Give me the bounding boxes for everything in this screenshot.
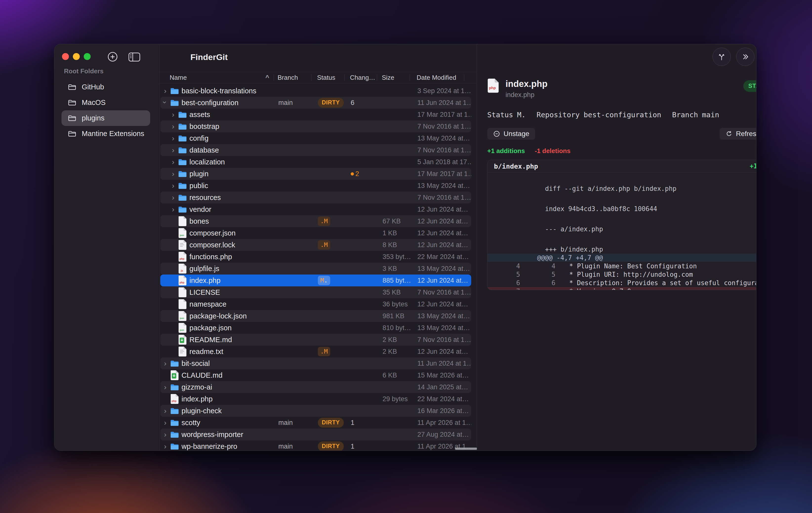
size-cell: 810 byt… [378, 324, 410, 332]
file-name-cell: jsoncomposer.json [160, 228, 274, 238]
svg-text:php: php [179, 257, 184, 260]
table-row[interactable]: jsonpackage.json810 byt…13 May 2024 at… [160, 322, 471, 334]
table-row[interactable]: ›public13 May 2024 at… [160, 180, 471, 191]
disclosure-chevron-icon[interactable]: › [163, 407, 168, 415]
file-name-cell: ›config [160, 133, 274, 143]
sidebar-item-label: plugins [82, 114, 105, 122]
column-header-branch[interactable]: Branch [273, 72, 311, 83]
disclosure-chevron-icon[interactable]: › [171, 134, 176, 142]
sidebar-item-mantine-extensions[interactable]: Mantine Extensions [61, 126, 150, 142]
minimize-button[interactable] [73, 53, 80, 60]
unstage-button[interactable]: Unstage [487, 128, 535, 140]
table-row[interactable]: phpindex.php29 bytes22 Mar 2024 at… [160, 393, 471, 405]
file-name-label: plugin [190, 170, 208, 178]
disclosure-chevron-icon[interactable]: › [171, 158, 176, 165]
column-header-changes[interactable]: Chang… [345, 72, 377, 83]
table-row[interactable]: jsonpackage-lock.json981 KB13 May 2024 a… [160, 310, 471, 322]
file-name-label: functions.php [190, 253, 232, 261]
sidebar-item-plugins[interactable]: plugins [61, 110, 150, 126]
add-root-folder-button[interactable] [107, 51, 118, 62]
table-row[interactable]: ›config13 May 2024 at… [160, 132, 471, 144]
file-name-label: LICENSE [190, 288, 220, 297]
size-cell: 36 bytes [378, 300, 410, 308]
disclosure-chevron-icon[interactable]: › [161, 100, 169, 105]
table-row[interactable]: namespace36 bytes12 Jun 2024 at… [160, 298, 471, 310]
column-header-status[interactable]: Status [311, 72, 345, 83]
date-modified-cell: 22 Mar 2024 at… [410, 395, 471, 403]
table-row[interactable]: ›localization5 Jan 2018 at 17… [160, 156, 471, 168]
column-header-size[interactable]: Size [377, 72, 410, 83]
date-modified-cell: 7 Nov 2016 at 1… [410, 194, 471, 202]
disclosure-chevron-icon[interactable]: › [171, 146, 176, 154]
sidebar-item-macos[interactable]: MacOS [61, 95, 150, 110]
disclosure-chevron-icon[interactable]: › [163, 383, 168, 391]
disclosure-chevron-icon[interactable]: › [163, 443, 168, 450]
file-name-label: namespace [190, 300, 227, 308]
folder-outline-icon [68, 130, 76, 137]
sidebar-item-github[interactable]: GitHub [61, 79, 150, 95]
table-row[interactable]: ›plugin-check16 Mar 2026 at… [160, 405, 471, 417]
double-chevron-right-icon [741, 53, 750, 61]
disclosure-chevron-icon[interactable]: › [171, 123, 176, 130]
table-row[interactable]: ›best-configurationmainDIRTY611 Jun 2024… [160, 97, 471, 109]
disclosure-chevron-icon[interactable]: › [171, 194, 176, 201]
table-row[interactable]: ›resources7 Nov 2016 at 1… [160, 191, 471, 204]
toggle-sidebar-button[interactable] [128, 52, 140, 62]
disclosure-chevron-icon[interactable]: › [163, 419, 168, 426]
scrollbar-thumb[interactable] [455, 448, 477, 450]
date-modified-cell: 11 Jun 2024 at 1… [410, 99, 471, 107]
table-header: Name ^ Branch Status Chang… Size Date Mo… [160, 72, 476, 84]
table-row[interactable]: ›bootstrap7 Nov 2016 at 1… [160, 120, 471, 132]
disclosure-chevron-icon[interactable]: › [171, 206, 176, 213]
table-row[interactable]: ›scottymainDIRTY111 Apr 2026 at 1… [160, 417, 471, 429]
diff-line: +++ b/index.php [488, 245, 756, 253]
table-row[interactable]: jsoncomposer.json1 KB12 Jun 2024 at… [160, 227, 471, 239]
disclosure-chevron-icon[interactable]: › [163, 431, 168, 438]
folder-icon [178, 157, 187, 167]
disclosure-chevron-icon[interactable]: › [171, 182, 176, 189]
close-button[interactable] [62, 53, 69, 60]
dirty-badge: DIRTY [318, 418, 344, 428]
table-row[interactable]: ›database7 Nov 2016 at 1… [160, 144, 471, 156]
zoom-button[interactable] [84, 53, 91, 60]
table-row[interactable]: ›vendor12 Jun 2024 at… [160, 204, 471, 215]
table-row[interactable]: ›basic-block-translations3 Sep 2024 at 1… [160, 85, 471, 97]
table-row[interactable]: jsgulpfile.js3 KB13 May 2024 at… [160, 263, 471, 274]
old-line-number: 7 [488, 288, 520, 290]
file-name-label: database [190, 146, 219, 154]
table-row[interactable]: ›gizzmo-ai14 Jan 2025 at… [160, 381, 471, 393]
table-row[interactable]: bones.M67 KB12 Jun 2024 at… [160, 215, 471, 227]
file-meta-line: StatusM. Repositorybest-configuration Br… [487, 111, 756, 119]
modified-badge: .M [318, 216, 330, 226]
column-header-date-modified[interactable]: Date Modified [410, 72, 476, 83]
disclosure-chevron-icon[interactable]: › [163, 360, 168, 367]
diff-line: 7-* Version: 0.7.0 [488, 287, 756, 290]
file-name-label: composer.json [190, 229, 236, 237]
table-row[interactable]: ›wordpress-importer27 Aug 2024 at… [160, 429, 471, 441]
column-header-name[interactable]: Name ^ [160, 72, 273, 83]
table-row[interactable]: composer.lock.M8 KB12 Jun 2024 at… [160, 239, 471, 251]
table-row[interactable]: LICENSE35 KB7 Nov 2016 at 1… [160, 286, 471, 298]
table-row[interactable]: phpindex.phpM.885 byt…12 Jun 2024 at… [160, 274, 471, 286]
branch-button[interactable] [713, 48, 731, 66]
table-row[interactable]: CLAUDE.md6 KB15 Mar 2026 at… [160, 369, 471, 381]
date-modified-cell: 15 Mar 2026 at… [410, 371, 471, 379]
table-row[interactable]: ›bit-social11 Jun 2024 at 1… [160, 358, 471, 369]
changes-cell: 1 [345, 443, 378, 450]
table-row[interactable]: ›assets17 Mar 2017 at 1… [160, 109, 471, 120]
collapse-panel-button[interactable] [736, 48, 754, 66]
status-cell: DIRTY [312, 442, 345, 451]
diff-line-text: diff --git a/index.php b/index.php [545, 185, 756, 192]
disclosure-chevron-icon[interactable]: › [171, 111, 176, 118]
diff-summary: +1 additions-1 deletions [487, 147, 756, 155]
table-row[interactable]: phpfunctions.php353 byt…22 Mar 2024 at… [160, 251, 471, 263]
table-row[interactable]: README.md2 KB7 Nov 2016 at 1… [160, 334, 471, 345]
table-row[interactable]: readme.txt.M2 KB12 Jun 2024 at… [160, 345, 471, 358]
file-name-cell: ›best-configuration [160, 98, 274, 108]
disclosure-chevron-icon[interactable]: › [163, 87, 168, 95]
table-row[interactable]: ›wp-bannerize-promainDIRTY111 Apr 2026 a… [160, 441, 471, 451]
disclosure-chevron-icon[interactable]: › [171, 170, 176, 178]
file-header-titles: index.php index.php [505, 78, 548, 99]
table-row[interactable]: ›plugin217 Mar 2017 at 1… [160, 168, 471, 180]
refresh-diff-button[interactable]: Refresh Diff [720, 128, 756, 140]
